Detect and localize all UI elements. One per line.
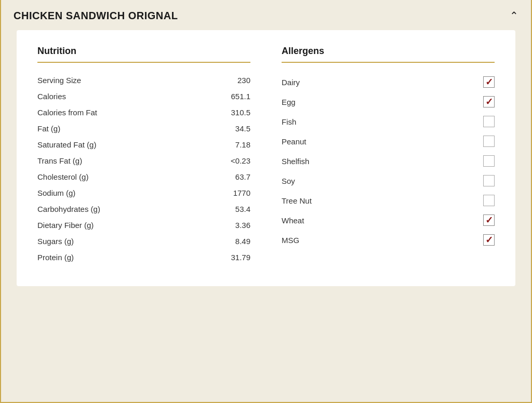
nutrition-label: Sugars (g)	[37, 237, 74, 246]
content-card: Nutrition Serving Size 230 Calories 651.…	[17, 30, 515, 286]
allergen-label: Egg	[282, 98, 296, 106]
nutrition-row: Sugars (g) 8.49	[37, 233, 250, 249]
allergens-divider	[282, 62, 495, 63]
allergen-row: Peanut	[282, 131, 495, 151]
nutrition-label: Fat (g)	[37, 124, 60, 133]
nutrition-label: Cholesterol (g)	[37, 172, 88, 181]
allergen-label: Soy	[282, 177, 295, 185]
allergen-label: Fish	[282, 117, 296, 126]
nutrition-value: 1770	[233, 189, 250, 197]
allergen-checkbox[interactable]	[483, 116, 495, 127]
nutrition-label: Calories	[37, 92, 66, 101]
allergen-label: Peanut	[282, 137, 307, 146]
nutrition-row: Cholesterol (g) 63.7	[37, 169, 250, 185]
nutrition-rows: Serving Size 230 Calories 651.1 Calories…	[37, 72, 250, 265]
nutrition-label: Protein (g)	[37, 253, 74, 262]
nutrition-label: Serving Size	[37, 76, 81, 85]
allergen-checkbox[interactable]	[483, 136, 495, 147]
nutrition-label: Dietary Fiber (g)	[37, 221, 94, 230]
nutrition-value: 63.7	[235, 172, 250, 181]
allergen-row: Shelfish	[282, 151, 495, 171]
page-wrapper: CHICKEN SANDWICH ORIGNAL ⌃ Nutrition Ser…	[0, 0, 532, 403]
nutrition-divider	[37, 62, 250, 63]
allergen-checkbox[interactable]: ✓	[483, 76, 495, 88]
allergen-rows: Dairy ✓ Egg ✓ Fish Peanut Shelfish Soy T…	[282, 72, 495, 250]
allergen-checkbox[interactable]	[483, 195, 495, 206]
allergen-checkbox[interactable]: ✓	[483, 214, 495, 226]
nutrition-row: Fat (g) 34.5	[37, 120, 250, 137]
nutrition-title: Nutrition	[37, 46, 250, 57]
checkmark-icon: ✓	[485, 235, 493, 245]
checkmark-icon: ✓	[485, 77, 493, 87]
chevron-up-icon[interactable]: ⌃	[510, 9, 518, 22]
page-title: CHICKEN SANDWICH ORIGNAL	[14, 10, 178, 22]
nutrition-label: Saturated Fat (g)	[37, 140, 96, 149]
allergen-checkbox[interactable]: ✓	[483, 234, 495, 246]
allergen-row: Fish	[282, 112, 495, 131]
allergen-label: Wheat	[282, 216, 304, 225]
nutrition-row: Saturated Fat (g) 7.18	[37, 137, 250, 153]
nutrition-label: Trans Fat (g)	[37, 156, 82, 165]
allergens-title: Allergens	[282, 46, 495, 57]
nutrition-row: Calories from Fat 310.5	[37, 104, 250, 120]
nutrition-row: Serving Size 230	[37, 72, 250, 88]
nutrition-value: 3.36	[235, 221, 250, 230]
nutrition-value: 34.5	[235, 124, 250, 133]
allergen-label: MSG	[282, 236, 299, 245]
nutrition-value: 31.79	[231, 253, 250, 262]
nutrition-value: 8.49	[235, 237, 250, 246]
header: CHICKEN SANDWICH ORIGNAL ⌃	[1, 0, 531, 30]
nutrition-value: 310.5	[231, 108, 250, 117]
allergen-row: Dairy ✓	[282, 72, 495, 92]
nutrition-value: 53.4	[235, 205, 250, 213]
checkmark-icon: ✓	[485, 216, 493, 225]
allergen-row: MSG ✓	[282, 230, 495, 250]
allergen-row: Egg ✓	[282, 92, 495, 112]
allergen-row: Wheat ✓	[282, 210, 495, 230]
nutrition-row: Calories 651.1	[37, 88, 250, 104]
checkmark-icon: ✓	[485, 97, 493, 106]
nutrition-value: 230	[237, 76, 250, 85]
allergen-checkbox[interactable]	[483, 155, 495, 167]
allergens-section: Allergens Dairy ✓ Egg ✓ Fish Peanut Shel…	[282, 46, 495, 265]
nutrition-value: 7.18	[235, 140, 250, 149]
nutrition-label: Carbohydrates (g)	[37, 205, 100, 213]
nutrition-section: Nutrition Serving Size 230 Calories 651.…	[37, 46, 250, 265]
allergen-label: Shelfish	[282, 157, 309, 166]
allergen-row: Soy	[282, 171, 495, 191]
nutrition-value: <0.23	[231, 156, 250, 165]
allergen-row: Tree Nut	[282, 191, 495, 210]
allergen-label: Tree Nut	[282, 196, 312, 205]
nutrition-value: 651.1	[231, 92, 250, 101]
nutrition-label: Calories from Fat	[37, 108, 97, 117]
allergen-label: Dairy	[282, 78, 300, 87]
nutrition-row: Trans Fat (g) <0.23	[37, 153, 250, 169]
nutrition-row: Sodium (g) 1770	[37, 185, 250, 201]
nutrition-row: Carbohydrates (g) 53.4	[37, 201, 250, 217]
nutrition-row: Protein (g) 31.79	[37, 249, 250, 265]
allergen-checkbox[interactable]: ✓	[483, 96, 495, 108]
nutrition-row: Dietary Fiber (g) 3.36	[37, 217, 250, 233]
nutrition-label: Sodium (g)	[37, 189, 75, 197]
allergen-checkbox[interactable]	[483, 175, 495, 186]
